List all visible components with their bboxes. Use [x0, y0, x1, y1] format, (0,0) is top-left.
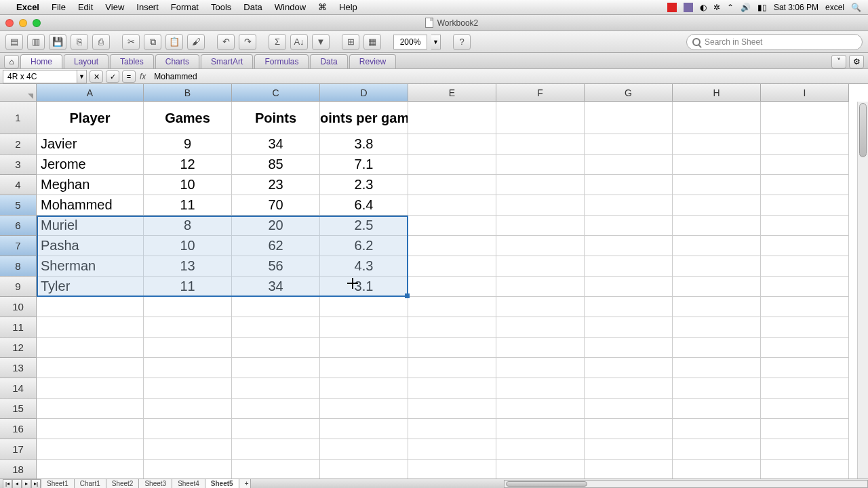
- cell-C4[interactable]: 23: [232, 175, 320, 195]
- cell-G8[interactable]: [585, 256, 673, 277]
- cell-I15[interactable]: [761, 399, 849, 419]
- row-header-3[interactable]: 3: [0, 155, 37, 175]
- cell-A1[interactable]: Player: [37, 102, 144, 134]
- menu-file[interactable]: File: [52, 2, 66, 12]
- cell-E5[interactable]: [408, 195, 496, 216]
- sheet-nav-next[interactable]: ▸: [22, 479, 31, 488]
- help-button[interactable]: ?: [453, 34, 471, 50]
- tab-charts[interactable]: Charts: [155, 54, 199, 68]
- cell-D15[interactable]: [320, 399, 408, 419]
- cell-I3[interactable]: [761, 155, 849, 175]
- row-header-6[interactable]: 6: [0, 216, 37, 236]
- new-button[interactable]: ▤: [5, 34, 23, 50]
- cell-C8[interactable]: 56: [232, 256, 320, 277]
- cell-I17[interactable]: [761, 439, 849, 460]
- cell-C2[interactable]: 34: [232, 134, 320, 155]
- cell-D9[interactable]: 3.1: [320, 277, 408, 297]
- cell-G1[interactable]: [585, 102, 673, 134]
- zoom-dropdown[interactable]: ▼: [431, 35, 441, 49]
- cell-E3[interactable]: [408, 155, 496, 175]
- row-header-9[interactable]: 9: [0, 277, 37, 297]
- cell-I5[interactable]: [761, 195, 849, 216]
- cell-E11[interactable]: [408, 317, 496, 338]
- cell-E12[interactable]: [408, 338, 496, 358]
- gallery-button[interactable]: ⊞: [342, 34, 359, 50]
- menu-window[interactable]: Window: [275, 2, 306, 12]
- cell-G11[interactable]: [585, 317, 673, 338]
- cell-B2[interactable]: 9: [144, 134, 232, 155]
- cell-A3[interactable]: Jerome: [37, 155, 144, 175]
- cell-B4[interactable]: 10: [144, 175, 232, 195]
- sort-button[interactable]: A↓: [290, 34, 308, 50]
- cell-A14[interactable]: [37, 378, 144, 399]
- cell-B13[interactable]: [144, 358, 232, 378]
- horizontal-scroll-thumb[interactable]: [506, 481, 587, 487]
- cell-F10[interactable]: [496, 297, 585, 317]
- row-header-8[interactable]: 8: [0, 256, 37, 277]
- cell-F1[interactable]: [496, 102, 585, 134]
- cell-B7[interactable]: 10: [144, 236, 232, 256]
- sync-icon[interactable]: ◐: [700, 3, 707, 12]
- spreadsheet-grid[interactable]: ABCDEFGHI 123456789101112131415161718 Pl…: [0, 84, 868, 479]
- cell-C18[interactable]: [232, 460, 320, 479]
- cell-B8[interactable]: 13: [144, 256, 232, 277]
- cell-E1[interactable]: [408, 102, 496, 134]
- cell-E9[interactable]: [408, 277, 496, 297]
- cell-D5[interactable]: 6.4: [320, 195, 408, 216]
- cell-E14[interactable]: [408, 378, 496, 399]
- cell-E4[interactable]: [408, 175, 496, 195]
- cell-G17[interactable]: [585, 439, 673, 460]
- cell-G3[interactable]: [585, 155, 673, 175]
- cell-F9[interactable]: [496, 277, 585, 297]
- undo-button[interactable]: ↶: [217, 34, 235, 50]
- row-header-11[interactable]: 11: [0, 317, 37, 338]
- open-button[interactable]: ▥: [27, 34, 45, 50]
- cell-I4[interactable]: [761, 175, 849, 195]
- formula-field[interactable]: Mohammed: [150, 72, 868, 81]
- cell-G16[interactable]: [585, 419, 673, 439]
- save-as-button[interactable]: ⎘: [71, 34, 88, 50]
- cell-H1[interactable]: [673, 102, 761, 134]
- cell-H4[interactable]: [673, 175, 761, 195]
- cell-C17[interactable]: [232, 439, 320, 460]
- zoom-window-button[interactable]: [33, 19, 41, 27]
- cell-E18[interactable]: [408, 460, 496, 479]
- cell-G7[interactable]: [585, 236, 673, 256]
- menu-format[interactable]: Format: [171, 2, 199, 12]
- menu-help[interactable]: Help: [339, 2, 357, 12]
- cell-C16[interactable]: [232, 419, 320, 439]
- cell-H14[interactable]: [673, 378, 761, 399]
- redo-button[interactable]: ↷: [239, 34, 256, 50]
- column-header-I[interactable]: I: [761, 84, 849, 102]
- cell-D1[interactable]: Points per game: [320, 102, 408, 134]
- cell-H7[interactable]: [673, 236, 761, 256]
- script-menu-icon[interactable]: ⌘: [318, 2, 327, 12]
- menubar-process[interactable]: excel: [825, 3, 844, 12]
- cell-G2[interactable]: [585, 134, 673, 155]
- ribbon-collapse-button[interactable]: ˅: [831, 55, 846, 68]
- cell-I8[interactable]: [761, 256, 849, 277]
- cell-A13[interactable]: [37, 358, 144, 378]
- menu-data[interactable]: Data: [243, 2, 262, 12]
- cell-F8[interactable]: [496, 256, 585, 277]
- paste-button[interactable]: 📋: [165, 34, 183, 50]
- cell-B9[interactable]: 11: [144, 277, 232, 297]
- cell-B10[interactable]: [144, 297, 232, 317]
- zoom-field[interactable]: 200%: [393, 35, 427, 49]
- cell-E15[interactable]: [408, 399, 496, 419]
- cell-F18[interactable]: [496, 460, 585, 479]
- sheet-nav-prev[interactable]: ◂: [12, 479, 22, 488]
- row-header-15[interactable]: 15: [0, 399, 37, 419]
- sheet-tab-sheet4[interactable]: Sheet4: [172, 479, 205, 489]
- cell-H6[interactable]: [673, 216, 761, 236]
- tab-layout[interactable]: Layout: [64, 54, 108, 68]
- cell-D8[interactable]: 4.3: [320, 256, 408, 277]
- cell-I13[interactable]: [761, 358, 849, 378]
- cell-I18[interactable]: [761, 460, 849, 479]
- menubar-clock[interactable]: Sat 3:06 PM: [774, 3, 818, 12]
- cell-B5[interactable]: 11: [144, 195, 232, 216]
- row-header-7[interactable]: 7: [0, 236, 37, 256]
- row-header-1[interactable]: 1: [0, 102, 37, 134]
- row-header-12[interactable]: 12: [0, 338, 37, 358]
- autosum-button[interactable]: Σ: [269, 34, 286, 50]
